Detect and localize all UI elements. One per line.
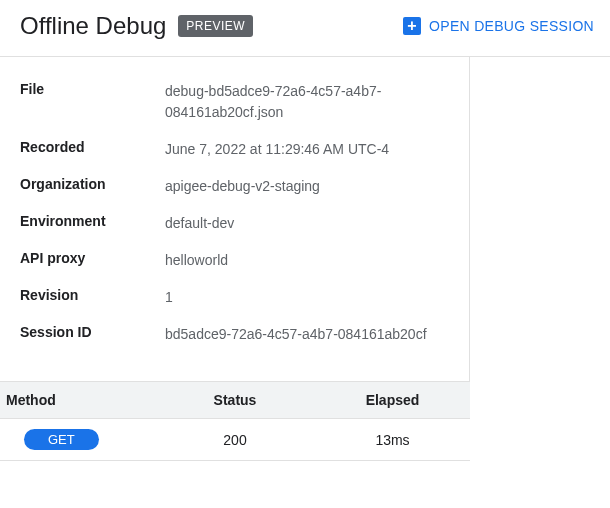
open-session-label: OPEN DEBUG SESSION	[429, 18, 594, 34]
proxy-value: helloworld	[165, 250, 228, 271]
file-label: File	[20, 81, 165, 97]
detail-row-session: Session ID bd5adce9-72a6-4c57-a4b7-08416…	[20, 324, 449, 345]
proxy-label: API proxy	[20, 250, 165, 266]
session-label: Session ID	[20, 324, 165, 340]
content-wrapper: File debug-bd5adce9-72a6-4c57-a4b7-08416…	[0, 57, 610, 381]
detail-row-file: File debug-bd5adce9-72a6-4c57-a4b7-08416…	[20, 81, 449, 123]
env-label: Environment	[20, 213, 165, 229]
col-header-method[interactable]: Method	[0, 392, 155, 408]
method-pill: GET	[24, 429, 99, 450]
detail-row-recorded: Recorded June 7, 2022 at 11:29:46 AM UTC…	[20, 139, 449, 160]
page-title: Offline Debug	[20, 12, 166, 40]
plus-icon: +	[403, 17, 421, 35]
cell-method: GET	[0, 429, 155, 450]
table-header-row: Method Status Elapsed	[0, 381, 470, 419]
vertical-divider	[469, 57, 470, 381]
header-left: Offline Debug PREVIEW	[20, 12, 253, 40]
session-details: File debug-bd5adce9-72a6-4c57-a4b7-08416…	[0, 57, 469, 381]
cell-elapsed: 13ms	[315, 432, 470, 448]
detail-row-org: Organization apigee-debug-v2-staging	[20, 176, 449, 197]
cell-status: 200	[155, 432, 315, 448]
page-header: Offline Debug PREVIEW + OPEN DEBUG SESSI…	[0, 0, 610, 56]
org-label: Organization	[20, 176, 165, 192]
col-header-elapsed[interactable]: Elapsed	[315, 392, 470, 408]
env-value: default-dev	[165, 213, 234, 234]
session-value: bd5adce9-72a6-4c57-a4b7-084161ab20cf	[165, 324, 427, 345]
detail-row-revision: Revision 1	[20, 287, 449, 308]
revision-label: Revision	[20, 287, 165, 303]
recorded-label: Recorded	[20, 139, 165, 155]
open-debug-session-button[interactable]: + OPEN DEBUG SESSION	[403, 17, 594, 35]
detail-row-proxy: API proxy helloworld	[20, 250, 449, 271]
detail-row-env: Environment default-dev	[20, 213, 449, 234]
revision-value: 1	[165, 287, 173, 308]
transactions-table: Method Status Elapsed GET 200 13ms	[0, 381, 470, 461]
file-value: debug-bd5adce9-72a6-4c57-a4b7-084161ab20…	[165, 81, 449, 123]
col-header-status[interactable]: Status	[155, 392, 315, 408]
table-row[interactable]: GET 200 13ms	[0, 419, 470, 461]
org-value: apigee-debug-v2-staging	[165, 176, 320, 197]
recorded-value: June 7, 2022 at 11:29:46 AM UTC-4	[165, 139, 389, 160]
preview-badge: PREVIEW	[178, 15, 253, 37]
